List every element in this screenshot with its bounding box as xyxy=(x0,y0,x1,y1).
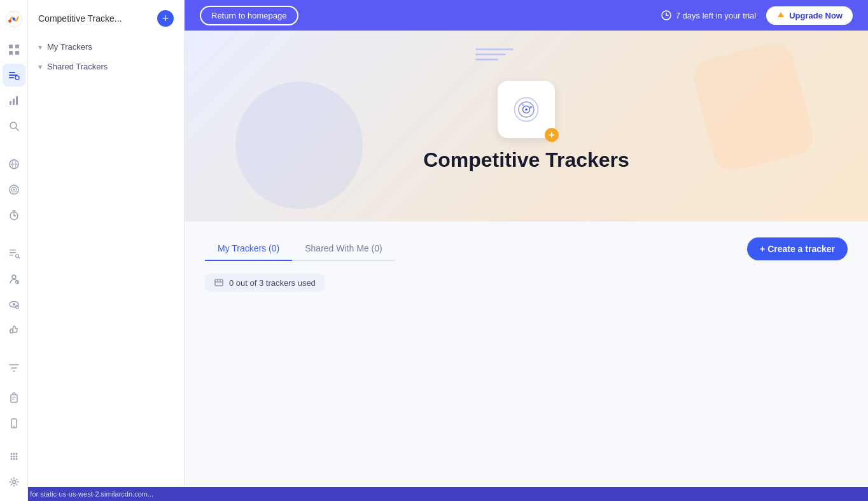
svg-rect-12 xyxy=(13,99,15,105)
add-tracker-button[interactable]: + xyxy=(157,10,174,27)
sidebar-item-shared-trackers[interactable]: ▾ Shared Trackers xyxy=(28,57,184,76)
chevron-down-icon-2: ▾ xyxy=(38,62,42,71)
sidebar: Competitive Tracke... + ▾ My Trackers ▾ … xyxy=(28,0,185,501)
tracker-usage-badge: 0 out of 3 trackers used xyxy=(205,274,325,292)
hero-plus-icon: + xyxy=(545,128,559,142)
hero-title: Competitive Trackers xyxy=(423,148,629,172)
sidebar-nav: ▾ My Trackers ▾ Shared Trackers xyxy=(28,32,184,81)
svg-rect-3 xyxy=(9,45,13,48)
usage-text: 0 out of 3 trackers used xyxy=(229,278,316,288)
svg-rect-36 xyxy=(10,329,13,333)
svg-line-15 xyxy=(16,128,18,131)
svg-point-21 xyxy=(13,189,15,191)
svg-point-46 xyxy=(13,456,15,458)
app-logo[interactable] xyxy=(3,8,25,31)
svg-rect-6 xyxy=(15,51,19,55)
tabs-nav: My Trackers (0) Shared With Me (0) xyxy=(205,237,395,261)
nav-filter-icon[interactable] xyxy=(3,356,25,379)
trial-info: 7 days left in your trial xyxy=(661,10,756,21)
nav-chart-icon[interactable] xyxy=(3,89,25,112)
svg-point-34 xyxy=(13,303,15,306)
svg-line-30 xyxy=(18,257,20,258)
status-bar: Waiting for static-us-us-west-2.similarc… xyxy=(0,487,868,501)
svg-rect-9 xyxy=(9,77,14,78)
svg-point-2 xyxy=(12,18,15,21)
main-content: + Competitive Trackers My Trackers (0) S… xyxy=(185,31,868,501)
tab-my-trackers[interactable]: My Trackers (0) xyxy=(205,237,292,261)
shared-trackers-label: Shared Trackers xyxy=(47,62,108,71)
create-tracker-button[interactable]: + Create a tracker xyxy=(747,237,848,260)
svg-point-31 xyxy=(12,275,16,279)
sidebar-header: Competitive Tracke... + xyxy=(28,5,184,32)
svg-rect-7 xyxy=(9,72,15,73)
nav-thumbsup-icon[interactable] xyxy=(3,318,25,341)
return-homepage-button[interactable]: Return to homepage xyxy=(200,6,298,25)
upgrade-now-button[interactable]: Upgrade Now xyxy=(766,6,853,25)
nav-tracker-icon[interactable] xyxy=(3,64,25,87)
svg-point-58 xyxy=(525,108,528,111)
svg-rect-27 xyxy=(10,252,16,253)
svg-point-41 xyxy=(13,426,15,427)
svg-rect-5 xyxy=(9,51,13,55)
svg-point-1 xyxy=(8,20,11,23)
hero-banner: + Competitive Trackers xyxy=(185,31,868,222)
nav-competitive-icon[interactable] xyxy=(3,178,25,201)
svg-point-44 xyxy=(15,453,17,455)
svg-point-50 xyxy=(15,458,17,460)
nav-gear-icon[interactable] xyxy=(3,470,25,493)
topbar: Return to homepage 7 days left in your t… xyxy=(185,0,868,31)
nav-list-search-icon[interactable] xyxy=(3,242,25,265)
svg-rect-28 xyxy=(10,255,13,256)
nav-grid-icon[interactable] xyxy=(3,38,25,61)
svg-point-43 xyxy=(13,453,15,455)
svg-point-51 xyxy=(12,481,15,484)
my-trackers-label: My Trackers xyxy=(47,42,92,52)
svg-point-47 xyxy=(15,456,17,458)
svg-point-49 xyxy=(13,458,15,460)
svg-rect-61 xyxy=(215,279,223,286)
nav-dots-icon[interactable] xyxy=(3,445,25,468)
svg-rect-26 xyxy=(10,250,16,251)
svg-point-45 xyxy=(10,456,12,458)
nav-eye-icon[interactable] xyxy=(3,293,25,316)
sidebar-item-my-trackers[interactable]: ▾ My Trackers xyxy=(28,37,184,57)
trial-text-label: 7 days left in your trial xyxy=(676,11,756,20)
nav-globe-icon[interactable] xyxy=(3,153,25,176)
nav-clipboard-icon[interactable] xyxy=(3,386,25,409)
svg-point-10 xyxy=(15,76,19,80)
svg-rect-11 xyxy=(10,101,11,105)
svg-rect-4 xyxy=(15,45,19,48)
tabs-area: My Trackers (0) Shared With Me (0) + Cre… xyxy=(185,222,868,501)
chevron-down-icon: ▾ xyxy=(38,43,42,52)
svg-point-42 xyxy=(10,453,12,455)
icon-rail xyxy=(0,0,28,501)
nav-person-icon[interactable] xyxy=(3,267,25,290)
nav-magnify-icon[interactable] xyxy=(3,115,25,138)
svg-rect-13 xyxy=(16,96,18,105)
hero-icon-wrapper: + xyxy=(498,81,555,138)
upgrade-label: Upgrade Now xyxy=(789,11,843,20)
tab-shared-with-me[interactable]: Shared With Me (0) xyxy=(292,237,395,261)
svg-point-60 xyxy=(530,106,533,108)
svg-rect-37 xyxy=(11,395,17,402)
nav-mobile-icon[interactable] xyxy=(3,412,25,435)
nav-timer-icon[interactable] xyxy=(3,204,25,227)
svg-point-59 xyxy=(521,103,524,106)
svg-point-48 xyxy=(10,458,12,460)
tabs-header: My Trackers (0) Shared With Me (0) + Cre… xyxy=(205,237,848,261)
sidebar-page-title: Competitive Tracke... xyxy=(38,13,122,24)
